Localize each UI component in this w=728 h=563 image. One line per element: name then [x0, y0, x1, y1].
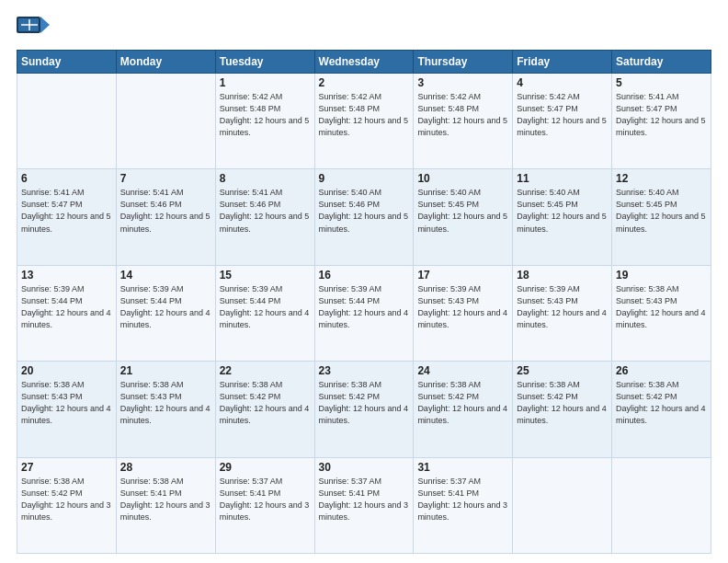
day-number: 2	[319, 76, 410, 89]
weekday-header-tuesday: Tuesday	[215, 51, 314, 74]
day-number: 20	[21, 364, 112, 377]
calendar-day-31: 31Sunrise: 5:37 AM Sunset: 5:41 PM Dayli…	[414, 457, 513, 553]
calendar-day-6: 6Sunrise: 5:41 AM Sunset: 5:47 PM Daylig…	[17, 169, 117, 265]
weekday-header-sunday: Sunday	[17, 51, 117, 74]
day-number: 14	[120, 269, 211, 282]
calendar-day-21: 21Sunrise: 5:38 AM Sunset: 5:43 PM Dayli…	[116, 362, 215, 457]
calendar-day-1: 1Sunrise: 5:42 AM Sunset: 5:48 PM Daylig…	[215, 74, 314, 169]
day-info: Sunrise: 5:40 AM Sunset: 5:45 PM Dayligh…	[417, 187, 508, 235]
calendar-empty-cell	[513, 457, 612, 553]
calendar-day-25: 25Sunrise: 5:38 AM Sunset: 5:42 PM Dayli…	[513, 362, 612, 457]
calendar-day-28: 28Sunrise: 5:38 AM Sunset: 5:41 PM Dayli…	[116, 457, 215, 553]
calendar-table: SundayMondayTuesdayWednesdayThursdayFrid…	[17, 50, 711, 554]
page: SundayMondayTuesdayWednesdayThursdayFrid…	[0, 0, 728, 563]
day-info: Sunrise: 5:38 AM Sunset: 5:42 PM Dayligh…	[517, 379, 608, 427]
calendar-day-20: 20Sunrise: 5:38 AM Sunset: 5:43 PM Dayli…	[17, 362, 117, 457]
day-number: 24	[417, 364, 508, 377]
calendar-day-14: 14Sunrise: 5:39 AM Sunset: 5:44 PM Dayli…	[116, 265, 215, 361]
calendar-week-row: 6Sunrise: 5:41 AM Sunset: 5:47 PM Daylig…	[17, 169, 711, 265]
calendar-day-17: 17Sunrise: 5:39 AM Sunset: 5:43 PM Dayli…	[414, 265, 513, 361]
day-info: Sunrise: 5:39 AM Sunset: 5:44 PM Dayligh…	[319, 283, 410, 331]
day-info: Sunrise: 5:41 AM Sunset: 5:47 PM Dayligh…	[21, 187, 112, 235]
calendar-day-12: 12Sunrise: 5:40 AM Sunset: 5:45 PM Dayli…	[612, 169, 711, 265]
day-number: 17	[417, 269, 508, 282]
day-number: 29	[220, 461, 311, 474]
calendar-day-3: 3Sunrise: 5:42 AM Sunset: 5:48 PM Daylig…	[414, 74, 513, 169]
calendar-week-row: 1Sunrise: 5:42 AM Sunset: 5:48 PM Daylig…	[17, 74, 711, 169]
calendar-week-row: 20Sunrise: 5:38 AM Sunset: 5:43 PM Dayli…	[17, 362, 711, 457]
day-info: Sunrise: 5:39 AM Sunset: 5:43 PM Dayligh…	[517, 283, 608, 331]
day-info: Sunrise: 5:38 AM Sunset: 5:42 PM Dayligh…	[21, 476, 112, 523]
weekday-header-friday: Friday	[513, 51, 612, 74]
day-info: Sunrise: 5:42 AM Sunset: 5:48 PM Dayligh…	[417, 91, 508, 139]
day-info: Sunrise: 5:38 AM Sunset: 5:42 PM Dayligh…	[220, 379, 311, 427]
calendar-day-13: 13Sunrise: 5:39 AM Sunset: 5:44 PM Dayli…	[17, 265, 117, 361]
weekday-header-monday: Monday	[116, 51, 215, 74]
logo	[17, 17, 53, 42]
day-number: 12	[616, 172, 707, 185]
day-info: Sunrise: 5:38 AM Sunset: 5:43 PM Dayligh…	[120, 379, 211, 427]
calendar-week-row: 13Sunrise: 5:39 AM Sunset: 5:44 PM Dayli…	[17, 265, 711, 361]
calendar-empty-cell	[612, 457, 711, 553]
weekday-header-saturday: Saturday	[612, 51, 711, 74]
day-number: 10	[417, 172, 508, 185]
day-number: 5	[616, 76, 707, 89]
calendar-day-2: 2Sunrise: 5:42 AM Sunset: 5:48 PM Daylig…	[314, 74, 414, 169]
day-number: 1	[220, 76, 311, 89]
day-info: Sunrise: 5:38 AM Sunset: 5:42 PM Dayligh…	[319, 379, 410, 427]
calendar-day-15: 15Sunrise: 5:39 AM Sunset: 5:44 PM Dayli…	[215, 265, 314, 361]
day-info: Sunrise: 5:41 AM Sunset: 5:47 PM Dayligh…	[616, 91, 707, 139]
day-number: 21	[120, 364, 211, 377]
calendar-day-7: 7Sunrise: 5:41 AM Sunset: 5:46 PM Daylig…	[116, 169, 215, 265]
day-number: 4	[517, 76, 608, 89]
calendar-header-row: SundayMondayTuesdayWednesdayThursdayFrid…	[17, 51, 711, 74]
day-info: Sunrise: 5:37 AM Sunset: 5:41 PM Dayligh…	[417, 476, 508, 523]
day-number: 26	[616, 364, 707, 377]
day-info: Sunrise: 5:39 AM Sunset: 5:43 PM Dayligh…	[417, 283, 508, 331]
day-number: 23	[319, 364, 410, 377]
day-info: Sunrise: 5:38 AM Sunset: 5:42 PM Dayligh…	[616, 379, 707, 427]
calendar-empty-cell	[17, 74, 117, 169]
calendar-day-10: 10Sunrise: 5:40 AM Sunset: 5:45 PM Dayli…	[414, 169, 513, 265]
day-number: 16	[319, 269, 410, 282]
calendar-day-5: 5Sunrise: 5:41 AM Sunset: 5:47 PM Daylig…	[612, 74, 711, 169]
day-number: 3	[417, 76, 508, 89]
day-info: Sunrise: 5:38 AM Sunset: 5:42 PM Dayligh…	[417, 379, 508, 427]
day-number: 11	[517, 172, 608, 185]
calendar-day-30: 30Sunrise: 5:37 AM Sunset: 5:41 PM Dayli…	[314, 457, 414, 553]
calendar-day-4: 4Sunrise: 5:42 AM Sunset: 5:47 PM Daylig…	[513, 74, 612, 169]
day-number: 28	[120, 461, 211, 474]
svg-marker-1	[40, 17, 50, 33]
day-number: 7	[120, 172, 211, 185]
calendar-day-8: 8Sunrise: 5:41 AM Sunset: 5:46 PM Daylig…	[215, 169, 314, 265]
logo-icon	[17, 17, 50, 42]
day-info: Sunrise: 5:40 AM Sunset: 5:46 PM Dayligh…	[319, 187, 410, 235]
day-number: 18	[517, 269, 608, 282]
day-number: 8	[220, 172, 311, 185]
day-info: Sunrise: 5:40 AM Sunset: 5:45 PM Dayligh…	[616, 187, 707, 235]
day-number: 9	[319, 172, 410, 185]
day-info: Sunrise: 5:41 AM Sunset: 5:46 PM Dayligh…	[120, 187, 211, 235]
calendar-day-9: 9Sunrise: 5:40 AM Sunset: 5:46 PM Daylig…	[314, 169, 414, 265]
calendar-day-22: 22Sunrise: 5:38 AM Sunset: 5:42 PM Dayli…	[215, 362, 314, 457]
day-info: Sunrise: 5:37 AM Sunset: 5:41 PM Dayligh…	[220, 476, 311, 523]
weekday-header-thursday: Thursday	[414, 51, 513, 74]
day-info: Sunrise: 5:38 AM Sunset: 5:43 PM Dayligh…	[616, 283, 707, 331]
day-number: 19	[616, 269, 707, 282]
day-number: 13	[21, 269, 112, 282]
day-number: 22	[220, 364, 311, 377]
calendar-day-11: 11Sunrise: 5:40 AM Sunset: 5:45 PM Dayli…	[513, 169, 612, 265]
calendar-day-23: 23Sunrise: 5:38 AM Sunset: 5:42 PM Dayli…	[314, 362, 414, 457]
day-number: 6	[21, 172, 112, 185]
day-info: Sunrise: 5:41 AM Sunset: 5:46 PM Dayligh…	[220, 187, 311, 235]
day-info: Sunrise: 5:39 AM Sunset: 5:44 PM Dayligh…	[21, 283, 112, 331]
day-number: 30	[319, 461, 410, 474]
day-info: Sunrise: 5:42 AM Sunset: 5:47 PM Dayligh…	[517, 91, 608, 139]
day-info: Sunrise: 5:37 AM Sunset: 5:41 PM Dayligh…	[319, 476, 410, 523]
calendar-day-29: 29Sunrise: 5:37 AM Sunset: 5:41 PM Dayli…	[215, 457, 314, 553]
calendar-empty-cell	[116, 74, 215, 169]
calendar-day-19: 19Sunrise: 5:38 AM Sunset: 5:43 PM Dayli…	[612, 265, 711, 361]
day-info: Sunrise: 5:38 AM Sunset: 5:41 PM Dayligh…	[120, 476, 211, 523]
day-number: 25	[517, 364, 608, 377]
day-info: Sunrise: 5:39 AM Sunset: 5:44 PM Dayligh…	[120, 283, 211, 331]
